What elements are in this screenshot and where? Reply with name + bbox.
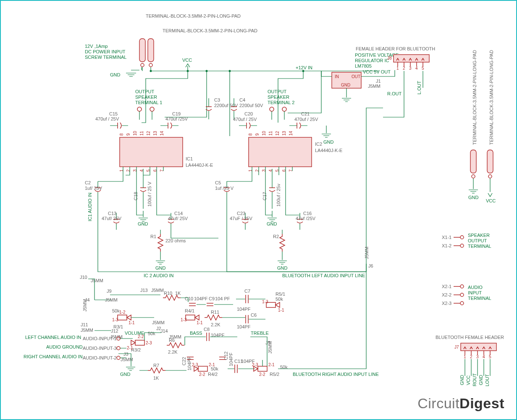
- j9: J9: [107, 289, 112, 294]
- j14: J14: [160, 328, 168, 333]
- c12: C12 104PF: [219, 352, 234, 366]
- v12in: +12V IN: [296, 65, 312, 70]
- v5out: VCC 5V OUT: [363, 69, 391, 74]
- c17: C17 100uf / 25v: [262, 169, 281, 209]
- rchan: RIGHT CHANNEL AUDIO IN: [24, 354, 83, 359]
- svg-text:C7: C7: [244, 289, 250, 294]
- svg-text:3: 3: [476, 354, 479, 359]
- ost1b: SPEAKER: [135, 94, 157, 100]
- gnd-tbr: GND: [468, 195, 479, 200]
- svg-text:12: 12: [275, 131, 280, 136]
- spk-out3: TERMINAL: [468, 244, 491, 249]
- svg-text:R1: R1: [150, 234, 156, 239]
- j2-j5mm: J5MM: [152, 320, 165, 325]
- r6: R6 2.2K: [167, 338, 184, 354]
- svg-text:2-1: 2-1: [209, 362, 215, 367]
- svg-text:C17: C17: [262, 192, 267, 200]
- svg-text:1-1: 1-1: [197, 320, 203, 325]
- svg-text:C8: C8: [204, 327, 210, 332]
- svg-text:47uf/ 25V: 47uf/ 25V: [102, 216, 122, 221]
- svg-text:R4/1: R4/1: [185, 308, 194, 313]
- reg-gnd: GND: [341, 83, 350, 87]
- r5-2: 50k R5/2 2-32-12-2: [252, 362, 288, 377]
- svg-text:C21: C21: [301, 111, 310, 116]
- svg-text:C10: C10: [185, 296, 193, 301]
- svg-text:104PF: 104PF: [237, 324, 251, 329]
- ain-t2: INPUT: [468, 290, 482, 295]
- svg-text:C22: C22: [181, 357, 186, 365]
- ic2-ref: IC2: [315, 142, 322, 147]
- svg-text:12: 12: [146, 131, 151, 136]
- svg-text:5: 5: [422, 66, 424, 71]
- svg-text:104PF: 104PF: [228, 352, 234, 366]
- svg-point-41: [150, 107, 154, 111]
- svg-text:C13: C13: [108, 211, 116, 216]
- svg-text:8: 8: [248, 133, 253, 136]
- svg-text:13: 13: [153, 131, 157, 136]
- svg-text:1-2: 1-2: [119, 310, 126, 315]
- ic1-body: [120, 137, 183, 167]
- svg-text:47uF / 25V: 47uF / 25V: [230, 216, 252, 221]
- tb-r1: TERMINAL-BLOCK-3.5MM-2-PIN-LONG-PAD: [472, 50, 477, 145]
- ain1: AUDIO-INPUT-1: [83, 336, 117, 341]
- c3: C3 2200uf 50V: [206, 97, 238, 119]
- ic2-audio-in: IC 2 AUDIO IN: [144, 273, 174, 278]
- svg-text:470uf / 25V: 470uf / 25V: [233, 117, 257, 122]
- svg-text:R11: R11: [211, 310, 219, 315]
- svg-text:2.2K: 2.2K: [211, 322, 220, 327]
- svg-point-141: [460, 285, 464, 288]
- x21: X2-1: [442, 284, 451, 289]
- svg-text:10: 10: [133, 131, 137, 136]
- svg-text:GND: GND: [155, 265, 166, 270]
- gnd-j3: GND: [120, 372, 131, 377]
- svg-rect-104: [135, 340, 144, 345]
- bass: BASS: [190, 331, 202, 336]
- lchan: LEFT CHANNEL AUDIO IN: [25, 335, 81, 340]
- svg-text:50k: 50k: [276, 297, 283, 302]
- c7: C7 104PF: [236, 289, 265, 312]
- gnd-tb: GND: [110, 72, 121, 77]
- spk-out: SPEAKER: [468, 233, 490, 238]
- ost1c: TERMINAL 1: [135, 100, 162, 105]
- svg-text:1uf/ 25V: 1uf/ 25V: [85, 186, 102, 191]
- label-tb1: TERMINAL-BLOCK-3.5MM-2-PIN-LONG-PAD: [146, 13, 241, 18]
- svg-text:ROUT: ROUT: [472, 373, 477, 386]
- svg-text:C23: C23: [237, 211, 245, 216]
- schematic-frame: TERMINAL-BLOCK-3.5MM-2-PIN-LONG-PAD TERM…: [0, 0, 517, 420]
- svg-text:2-1: 2-1: [268, 362, 275, 367]
- svg-text:1-3: 1-3: [112, 318, 118, 322]
- ic1-ref: IC1: [186, 156, 193, 161]
- svg-point-140: [460, 244, 464, 247]
- svg-point-143: [460, 302, 464, 305]
- svg-text:104 PF: 104 PF: [215, 296, 230, 301]
- svg-point-42: [270, 107, 274, 111]
- svg-text:2200uf 50V: 2200uf 50V: [239, 103, 263, 108]
- c23: C23 47uF / 25V: [230, 211, 252, 230]
- c18: C18 100uf / 25 V: [133, 169, 152, 209]
- j3: J3: [123, 352, 129, 357]
- svg-text:C16: C16: [303, 211, 312, 216]
- gnd-ic1: GND: [138, 221, 148, 226]
- svg-text:1: 1: [464, 354, 466, 359]
- c19: C19 470uf /25V: [160, 111, 188, 129]
- label-power3: SCREW TERMINAL: [85, 55, 126, 60]
- r4-2: 50k R4/2 2-32-12-2: [192, 362, 218, 377]
- svg-text:R10: R10: [164, 291, 172, 296]
- svg-text:47uf/ 25V: 47uf/ 25V: [168, 216, 188, 221]
- j7-ref: J7: [454, 345, 459, 349]
- j5-j5mm: J5MM: [268, 341, 273, 354]
- svg-text:14: 14: [160, 131, 164, 136]
- j1: J1: [376, 79, 381, 84]
- x11: X1-1: [442, 235, 451, 240]
- c16: C16 47uf /25V: [296, 211, 316, 230]
- svg-text:1-3: 1-3: [262, 299, 268, 304]
- svg-text:GND: GND: [459, 375, 465, 386]
- svg-text:13: 13: [282, 131, 286, 136]
- svg-text:C2: C2: [85, 180, 91, 185]
- reg-out: OUT: [352, 74, 360, 79]
- svg-text:3: 3: [409, 66, 412, 71]
- r2: R2 GND: [273, 230, 288, 270]
- ain3: AUDIO-INPUT-3: [83, 346, 117, 351]
- svg-text:R5/1: R5/1: [276, 291, 285, 297]
- schematic-svg: TERMINAL-BLOCK-3.5MM-2-PIN-LONG-PAD TERM…: [1, 1, 516, 419]
